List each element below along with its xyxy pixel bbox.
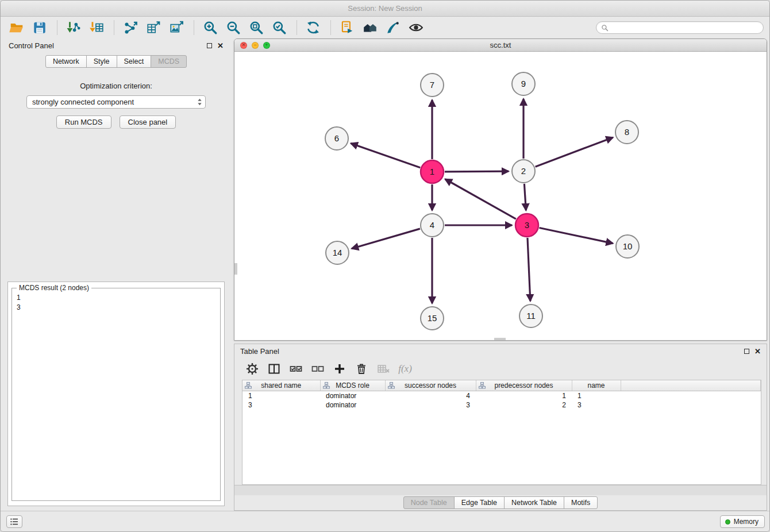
table-settings-button[interactable] [244, 360, 261, 377]
network-node[interactable]: 14 [326, 241, 349, 264]
export-image-button[interactable] [167, 18, 186, 37]
table-cell[interactable]: 1 [572, 391, 621, 400]
global-search-field[interactable] [596, 21, 764, 34]
network-node[interactable]: 10 [616, 235, 639, 258]
apply-style-button[interactable] [384, 18, 402, 37]
column-header-mcds-role[interactable]: MCDS role [320, 380, 385, 391]
table-panel-tabbar: Node Table Edge Table Network Table Moti… [234, 495, 767, 510]
canvas-splitter-handle[interactable] [234, 263, 237, 275]
tab-mcds[interactable]: MCDS [151, 55, 187, 68]
network-edge[interactable] [445, 179, 516, 219]
first-neighbors-button[interactable] [361, 18, 379, 37]
import-table-button[interactable] [87, 18, 106, 37]
column-header-successor-nodes[interactable]: successor nodes [385, 380, 476, 391]
table-cell[interactable]: 1 [476, 391, 572, 400]
deselect-all-rows-button[interactable] [309, 360, 326, 377]
criterion-dropdown[interactable]: strongly connected component [26, 95, 206, 109]
network-edge[interactable] [445, 171, 509, 172]
network-node[interactable]: 4 [421, 214, 444, 237]
column-header-shared-name[interactable]: shared name [242, 380, 320, 391]
tab-network[interactable]: Network [45, 55, 87, 68]
search-input[interactable] [611, 24, 759, 32]
criterion-dropdown-value: strongly connected component [32, 98, 195, 106]
show-hide-graphics-button[interactable] [407, 18, 425, 37]
table-cell[interactable]: 2 [476, 400, 572, 410]
window-titlebar[interactable]: Session: New Session [1, 1, 769, 17]
fit-content-button[interactable] [247, 18, 265, 37]
optimization-criterion-label: Optimization criterion: [3, 82, 229, 90]
network-node[interactable]: 2 [512, 160, 535, 183]
tab-select[interactable]: Select [117, 55, 152, 68]
control-panel-tabbar: Network Style Select MCDS [3, 55, 229, 68]
network-node[interactable]: 7 [421, 74, 444, 97]
memory-button[interactable]: Memory [720, 515, 765, 528]
float-panel-icon[interactable] [744, 349, 749, 354]
select-all-rows-button[interactable] [287, 360, 305, 377]
table-row[interactable]: 3dominator323 [242, 400, 761, 410]
network-canvas[interactable]: 7968124314101511 [234, 52, 767, 341]
create-column-button[interactable] [331, 360, 348, 377]
column-type-icon [388, 382, 395, 391]
network-edge[interactable] [528, 238, 530, 301]
network-edge[interactable] [352, 229, 420, 249]
float-panel-icon[interactable] [207, 43, 212, 48]
mcds-result-list[interactable]: 1 3 [17, 293, 214, 497]
table-row[interactable]: 1dominator411 [242, 391, 761, 400]
network-node[interactable]: 11 [519, 304, 542, 327]
tab-motifs[interactable]: Motifs [564, 496, 598, 509]
zoom-out-button[interactable] [224, 18, 242, 37]
tab-edge-table[interactable]: Edge Table [454, 496, 505, 509]
table-cell[interactable]: 4 [385, 391, 476, 400]
show-columns-button[interactable] [265, 360, 283, 377]
run-mcds-button[interactable]: Run MCDS [56, 115, 111, 129]
network-node[interactable]: 9 [512, 72, 535, 95]
zoom-selected-button[interactable] [270, 18, 288, 37]
save-session-button[interactable] [30, 18, 49, 37]
network-node[interactable]: 15 [421, 307, 444, 330]
network-node[interactable]: 8 [615, 121, 638, 144]
table-cell[interactable]: 3 [242, 400, 320, 410]
new-network-from-selection-button[interactable] [338, 18, 356, 37]
network-edge[interactable] [524, 184, 526, 210]
close-window-icon[interactable]: ✕ [240, 42, 247, 49]
minimize-window-icon[interactable]: − [252, 42, 259, 49]
export-table-button[interactable] [144, 18, 163, 37]
table-cell-filler [621, 400, 761, 410]
network-edge[interactable] [351, 144, 421, 168]
zoom-in-button[interactable] [201, 18, 220, 37]
paintbrush-icon [386, 20, 401, 35]
tab-style[interactable]: Style [86, 55, 117, 68]
close-panel-icon[interactable]: ✕ [217, 42, 224, 49]
tab-node-table[interactable]: Node Table [403, 496, 455, 509]
import-network-icon [66, 20, 81, 35]
column-label: name [587, 381, 605, 390]
refresh-view-button[interactable] [304, 18, 322, 37]
delete-column-button[interactable] [353, 360, 370, 377]
column-label: MCDS role [336, 381, 369, 390]
delete-table-button-disabled[interactable] [375, 360, 392, 377]
task-history-button[interactable] [6, 515, 22, 528]
table-cell[interactable]: 3 [385, 400, 476, 410]
network-node[interactable]: 6 [325, 127, 348, 150]
export-network-button[interactable] [121, 18, 140, 37]
open-session-button[interactable] [7, 18, 26, 37]
network-edge[interactable] [540, 228, 613, 244]
import-network-button[interactable] [64, 18, 83, 37]
network-node[interactable]: 1 [421, 160, 444, 183]
table-cell[interactable]: dominator [320, 400, 385, 410]
table-cell[interactable]: 1 [242, 391, 320, 400]
column-header-name[interactable]: name [572, 380, 621, 391]
tab-network-table[interactable]: Network Table [504, 496, 564, 509]
function-builder-button-disabled[interactable]: f(x) [396, 360, 414, 377]
network-node[interactable]: 3 [515, 214, 538, 237]
canvas-splitter-handle[interactable] [494, 338, 506, 341]
memory-status-icon [725, 519, 730, 525]
network-window-titlebar[interactable]: ✕ − + scc.txt [234, 39, 767, 52]
zoom-window-icon[interactable]: + [263, 42, 270, 49]
table-cell[interactable]: dominator [320, 391, 385, 400]
column-header-predecessor-nodes[interactable]: predecessor nodes [476, 380, 572, 391]
table-cell[interactable]: 3 [572, 400, 621, 410]
close-panel-icon[interactable]: ✕ [754, 348, 761, 355]
network-edge[interactable] [536, 137, 613, 167]
close-panel-button[interactable]: Close panel [120, 115, 176, 129]
